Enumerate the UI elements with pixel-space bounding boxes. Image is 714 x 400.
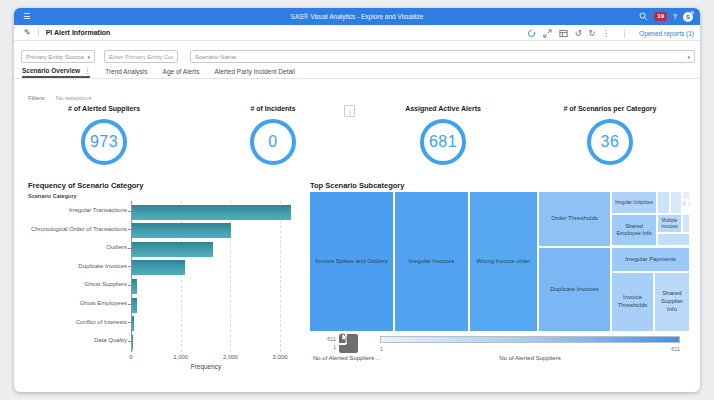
- opened-reports-link[interactable]: Opened reports (1): [639, 30, 694, 37]
- tile-irregular-invoices[interactable]: Irregular Invoices: [395, 192, 468, 331]
- tile-label: Irregular Unitprices: [615, 200, 653, 206]
- treemap-plot: Invoice Spikes and OutliersIrregular Inv…: [310, 192, 689, 331]
- tile-unlabeled[interactable]: [683, 192, 689, 199]
- tile-unlabeled[interactable]: [683, 201, 686, 206]
- more-options-icon[interactable]: ⋮: [602, 29, 610, 38]
- tile-invoice-thresholds[interactable]: Invoice Thresholds: [612, 273, 653, 331]
- tab-age-of-alerts[interactable]: Age of Alerts: [163, 64, 200, 78]
- help-icon[interactable]: ?: [673, 13, 677, 20]
- bar-chronological-order-of-transactions[interactable]: [132, 223, 231, 238]
- tile-unlabeled[interactable]: [688, 201, 690, 206]
- kpi-value: 973: [90, 133, 118, 151]
- avatar-initial: S: [686, 14, 690, 20]
- kpi-circle: 681: [420, 119, 466, 165]
- toolbar-divider: [624, 29, 625, 38]
- notification-badge[interactable]: 19: [654, 12, 667, 21]
- kpi-title: # of Scenarios per Category: [535, 105, 685, 112]
- bar-data-quality[interactable]: [132, 335, 134, 350]
- tile-unlabeled[interactable]: [658, 234, 689, 245]
- kpi-of-scenarios-per-category: # of Scenarios per Category36: [535, 105, 685, 165]
- bar-category-label: Data Quality: [14, 337, 127, 344]
- tile-shared-supplier-info[interactable]: Shared Supplier Info: [655, 273, 689, 331]
- tab-label: Alerted Party Incident Detail: [214, 68, 295, 75]
- x-tick-label: 1,000: [166, 354, 196, 360]
- primary-entity-source-select[interactable]: Primary Entity Source ▾: [21, 50, 95, 63]
- bar-category-label: Ghost Employees: [14, 300, 127, 307]
- kpi-of-incidents: # of Incidents0: [198, 105, 348, 165]
- tile-wrong-invoice-order[interactable]: Wrong Invoice order: [470, 192, 537, 331]
- tile-label: Duplicate Invoices: [550, 286, 599, 294]
- tile-label: Irregular Invoices: [408, 258, 454, 266]
- size-legend-max: 611: [310, 336, 336, 342]
- kpi-circle: 973: [81, 119, 127, 165]
- treemap-panel: Top Scenario Subcategory Invoice Spikes …: [310, 181, 700, 381]
- kpi-row: ⋮ # of Alerted Suppliers973# of Incident…: [14, 105, 700, 181]
- tile-duplicate-invoices[interactable]: Duplicate Invoices: [539, 248, 610, 331]
- tile-invoice-spikes-and-outliers[interactable]: Invoice Spikes and Outliers: [310, 192, 393, 331]
- scenario-name-value: Scenario Name: [195, 54, 236, 60]
- filter-prompt-bar: Primary Entity Source ▾ Scenario Name ▾: [14, 41, 700, 64]
- filters-status: Filters: No selections: [28, 95, 92, 101]
- bar-ghost-employees[interactable]: [132, 298, 137, 313]
- kpi-title: # of Alerted Suppliers: [29, 105, 179, 112]
- scenario-name-select[interactable]: Scenario Name ▾: [190, 50, 695, 63]
- tile-label: Irregular Payments: [625, 256, 676, 264]
- avatar[interactable]: S: [683, 12, 693, 22]
- maximize-icon[interactable]: [543, 29, 552, 38]
- tile-unlabeled[interactable]: [671, 192, 681, 213]
- tile-shared-employee-info[interactable]: Shared Employee Info: [612, 215, 656, 245]
- bar-category-label: Ghost Suppliers: [14, 281, 127, 288]
- bar-category-label: Conflict of Interests: [14, 319, 127, 326]
- tile-unlabeled[interactable]: [658, 192, 669, 213]
- grid-view-icon[interactable]: [559, 29, 568, 38]
- tabs-bar: Scenario Overview⋮Trend AnalysisAge of A…: [14, 64, 700, 79]
- search-icon[interactable]: [639, 12, 648, 21]
- bar-category-label: Outliers: [14, 244, 127, 251]
- bar-chart-plot: 01,0002,0003,000Irregular TransactionsCh…: [14, 181, 314, 381]
- tile-label: Invoice Thresholds: [613, 294, 652, 310]
- bar-chart-panel: Frequency of Scenario Category Scenario …: [14, 181, 314, 381]
- toolbar-divider: [38, 28, 39, 37]
- color-legend-gradient: [380, 336, 680, 343]
- mouse-cursor-icon: [341, 333, 349, 343]
- gridline: [280, 201, 281, 352]
- bar-category-label: Chronological Order of Transactions: [14, 226, 127, 233]
- tab-label: Age of Alerts: [163, 68, 200, 75]
- tile-label: Wrong Invoice order: [477, 258, 531, 266]
- x-tick-label: 2,000: [215, 354, 245, 360]
- tab-menu-icon[interactable]: ⋮: [84, 67, 90, 74]
- page-background: ☰ SAS® Visual Analytics - Explore and Vi…: [0, 0, 714, 400]
- size-legend-min: 1: [310, 344, 336, 350]
- tile-label: Invoice Spikes and Outliers: [315, 258, 388, 266]
- edit-pencil-icon[interactable]: ✎: [24, 29, 31, 37]
- app-title: SAS® Visual Analytics - Explore and Visu…: [14, 13, 700, 20]
- tile-unlabeled[interactable]: [683, 215, 689, 232]
- color-legend-max: 611: [660, 346, 680, 352]
- bar-conflict-of-interests[interactable]: [132, 316, 135, 331]
- kpi-value: 36: [601, 133, 620, 151]
- tile-label: Shared Employee Info: [613, 223, 655, 237]
- filters-label: Filters:: [28, 95, 46, 101]
- refresh-icon[interactable]: [527, 29, 536, 38]
- tile-irregular-payments[interactable]: Irregular Payments: [612, 248, 689, 271]
- bar-irregular-transactions[interactable]: [132, 205, 291, 220]
- kpi-circle: 36: [587, 119, 633, 165]
- bar-outliers[interactable]: [132, 242, 213, 257]
- tile-multiple-invoices[interactable]: Multiple Invoices: [658, 215, 681, 232]
- kpi-value: 0: [268, 133, 277, 151]
- tab-label: Scenario Overview: [22, 67, 80, 74]
- undo-icon[interactable]: ↺: [575, 29, 582, 38]
- size-legend-label: No of Alerted Suppliers ...: [302, 355, 392, 361]
- tab-scenario-overview[interactable]: Scenario Overview⋮: [22, 64, 90, 78]
- primary-entity-source-value: Primary Entity Source: [26, 54, 84, 60]
- redo-icon[interactable]: ↻: [588, 29, 595, 38]
- kpi-title: # of Incidents: [198, 105, 348, 112]
- tile-order-thresholds[interactable]: Order Thresholds: [539, 192, 610, 246]
- bar-ghost-suppliers[interactable]: [132, 279, 138, 294]
- primary-entity-country-input[interactable]: [104, 50, 178, 63]
- tile-label: Order Thresholds: [551, 215, 598, 223]
- tile-irregular-unitprices[interactable]: Irregular Unitprices: [612, 192, 656, 213]
- tab-trend-analysis[interactable]: Trend Analysis: [105, 64, 147, 78]
- bar-duplicate-invoices[interactable]: [132, 260, 185, 275]
- tab-alerted-party-incident-detail[interactable]: Alerted Party Incident Detail: [214, 64, 295, 78]
